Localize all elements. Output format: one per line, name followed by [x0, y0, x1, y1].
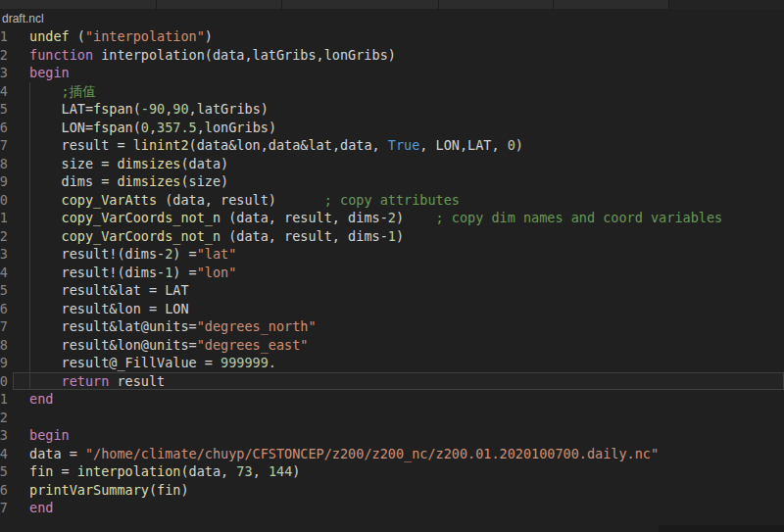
code-text: printVarSummary(fin): [29, 481, 189, 500]
code-text: result = linint2(data&lon,data&lat,data,…: [29, 136, 523, 155]
line-number[interactable]: 23: [0, 426, 8, 445]
line-number[interactable]: 2: [0, 46, 8, 65]
line-number[interactable]: 25: [0, 462, 8, 481]
line-number[interactable]: 27: [0, 499, 8, 517]
editor-window: draft.ncl 1undef ("interpolation")2funct…: [0, 0, 784, 532]
code-line[interactable]: 20 return result: [0, 372, 784, 391]
tab-bar: [0, 0, 784, 9]
code-line[interactable]: 13 result!(dims-2) ="lat": [0, 245, 784, 264]
code-text: LAT=fspan(-90,90,latGribs): [29, 100, 269, 119]
code-text: begin: [29, 64, 70, 82]
line-number[interactable]: 21: [0, 390, 8, 409]
code-line[interactable]: 14 result!(dims-1) ="lon": [0, 264, 784, 282]
code-line[interactable]: 19 result@_FillValue = 999999.: [0, 354, 784, 372]
code-text: result!(dims-2) ="lat": [29, 245, 236, 264]
code-line[interactable]: 21end: [0, 390, 784, 409]
line-number[interactable]: 4: [0, 82, 8, 101]
code-line[interactable]: 26printVarSummary(fin): [0, 481, 784, 500]
code-text: end: [29, 390, 53, 409]
breadcrumb: draft.ncl: [0, 9, 784, 27]
line-number[interactable]: 12: [0, 227, 8, 246]
line-number[interactable]: 9: [0, 172, 8, 191]
line-number[interactable]: 15: [0, 281, 8, 300]
code-line[interactable]: 2function interpolation(data,latGribs,lo…: [0, 46, 784, 65]
line-number[interactable]: 13: [0, 245, 8, 264]
code-text: copy_VarCoords_not_n (data, result, dims…: [29, 227, 404, 246]
code-line[interactable]: 9 dims = dimsizes(size): [0, 172, 784, 191]
code-line[interactable]: 1undef ("interpolation"): [0, 27, 784, 46]
line-number[interactable]: 16: [0, 300, 8, 318]
code-text: copy_VarCoords_not_n (data, result, dims…: [29, 209, 722, 227]
line-number[interactable]: 11: [0, 209, 8, 227]
code-text: result!(dims-1) ="lon": [29, 264, 236, 282]
code-lines: 1undef ("interpolation")2function interp…: [0, 27, 784, 517]
tab-stub[interactable]: [439, 0, 554, 9]
code-text: data = "/home/climate/chuyp/CFSTONCEP/z2…: [29, 445, 659, 463]
code-editor[interactable]: 1undef ("interpolation")2function interp…: [0, 27, 784, 532]
line-number[interactable]: 3: [0, 64, 8, 82]
code-line[interactable]: 17 result&lat@units="degrees_north": [0, 317, 784, 336]
line-number[interactable]: 19: [0, 354, 8, 372]
code-text: result@_FillValue = 999999.: [29, 354, 276, 372]
code-text: dims = dimsizes(size): [29, 172, 228, 191]
code-line[interactable]: 18 result&lon@units="degrees_east": [0, 336, 784, 355]
code-text: begin: [29, 426, 70, 445]
line-number[interactable]: 20: [0, 372, 8, 391]
tab-stub[interactable]: [0, 0, 157, 9]
code-line[interactable]: 16 result&lon = LON: [0, 300, 784, 318]
code-line[interactable]: 15 result&lat = LAT: [0, 281, 784, 300]
line-number[interactable]: 24: [0, 445, 8, 463]
code-line[interactable]: 22: [0, 409, 784, 427]
code-line[interactable]: 4 ;插值: [0, 82, 784, 101]
code-text: fin = interpolation(data, 73, 144): [29, 462, 300, 481]
code-line[interactable]: 8 size = dimsizes(data): [0, 155, 784, 173]
code-line[interactable]: 25fin = interpolation(data, 73, 144): [0, 462, 784, 481]
code-line[interactable]: 11 copy_VarCoords_not_n (data, result, d…: [0, 209, 784, 227]
tab-stub[interactable]: [554, 0, 669, 9]
line-number[interactable]: 10: [0, 191, 8, 210]
code-text: result&lon@units="degrees_east": [29, 336, 308, 355]
tab-stub[interactable]: [157, 0, 282, 9]
code-text: undef ("interpolation"): [29, 27, 213, 46]
code-text: size = dimsizes(data): [29, 155, 228, 173]
code-text: LON=fspan(0,357.5,lonGribs): [29, 119, 276, 137]
line-number[interactable]: 22: [0, 409, 8, 427]
code-line[interactable]: 3begin: [0, 64, 784, 82]
code-line[interactable]: 27end: [0, 499, 784, 517]
code-line[interactable]: 5 LAT=fspan(-90,90,latGribs): [0, 100, 784, 119]
tab-stub[interactable]: [282, 0, 439, 9]
code-text: end: [29, 499, 53, 517]
code-text: result&lat@units="degrees_north": [29, 317, 317, 336]
code-text: return result: [29, 372, 165, 391]
line-number[interactable]: 6: [0, 119, 8, 137]
code-text: function interpolation(data,latGribs,lon…: [29, 46, 396, 65]
panel-corner: [659, 525, 784, 532]
line-number[interactable]: 17: [0, 317, 8, 336]
line-number[interactable]: 1: [0, 27, 8, 46]
code-line[interactable]: 7 result = linint2(data&lon,data&lat,dat…: [0, 136, 784, 155]
line-number[interactable]: 8: [0, 155, 8, 173]
line-number[interactable]: 5: [0, 100, 8, 119]
code-line[interactable]: 23begin: [0, 426, 784, 445]
code-text: result&lat = LAT: [29, 281, 189, 300]
line-number[interactable]: 7: [0, 136, 8, 155]
breadcrumb-item-filename[interactable]: draft.ncl: [2, 12, 44, 25]
line-number[interactable]: 26: [0, 481, 8, 500]
code-line[interactable]: 10 copy_VarAtts (data, result) ; copy at…: [0, 191, 784, 210]
line-number[interactable]: 14: [0, 264, 8, 282]
line-number[interactable]: 18: [0, 336, 8, 355]
code-line[interactable]: 24data = "/home/climate/chuyp/CFSTONCEP/…: [0, 445, 784, 463]
code-line[interactable]: 6 LON=fspan(0,357.5,lonGribs): [0, 119, 784, 137]
code-text: ;插值: [29, 82, 96, 101]
code-line[interactable]: 12 copy_VarCoords_not_n (data, result, d…: [0, 227, 784, 246]
code-text: result&lon = LON: [29, 300, 189, 318]
code-text: copy_VarAtts (data, result) ; copy attri…: [29, 191, 460, 210]
